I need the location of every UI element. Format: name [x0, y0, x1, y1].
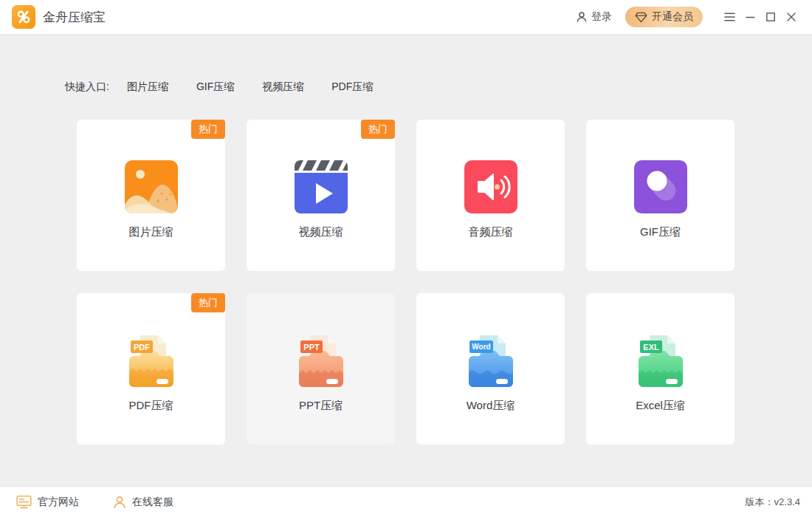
gif-icon — [634, 160, 687, 213]
pdf-folder-icon: PDF — [125, 334, 178, 387]
video-icon — [295, 160, 348, 213]
titlebar: 金舟压缩宝 登录 开通会员 — [0, 0, 812, 35]
feature-card-grid: 热门 图片压缩 热门 — [77, 120, 812, 445]
card-word-compress[interactable]: Word Word压缩 — [416, 293, 565, 445]
card-label: PPT压缩 — [247, 399, 395, 413]
ppt-tag-text: PPT — [303, 343, 320, 352]
word-tag-text: Word — [472, 343, 490, 351]
word-folder-icon: Word — [464, 334, 517, 387]
app-logo-icon — [12, 5, 35, 29]
footer-bar: 官方网站 在线客服 版本：v2.3.4 — [0, 486, 812, 517]
vip-label: 开通会员 — [652, 10, 693, 24]
card-image-compress[interactable]: 热门 图片压缩 — [77, 120, 225, 271]
card-label: GIF压缩 — [586, 225, 734, 239]
official-website-link[interactable]: 官方网站 — [16, 495, 79, 509]
card-gif-compress[interactable]: GIF压缩 — [586, 120, 734, 271]
card-label: 音频压缩 — [416, 225, 565, 239]
online-service-link[interactable]: 在线客服 — [113, 496, 173, 509]
quick-link-video[interactable]: 视频压缩 — [262, 81, 303, 94]
quick-entry-bar: 快捷入口: 图片压缩 GIF压缩 视频压缩 PDF压缩 — [65, 35, 812, 94]
card-label: PDF压缩 — [77, 399, 225, 413]
login-label: 登录 — [591, 10, 612, 24]
card-audio-compress[interactable]: 音频压缩 — [416, 120, 565, 271]
monitor-icon — [16, 495, 32, 509]
quick-entry-label: 快捷入口: — [65, 81, 109, 94]
quick-link-gif[interactable]: GIF压缩 — [196, 81, 234, 94]
excel-tag-text: EXL — [643, 343, 659, 352]
user-icon — [576, 11, 588, 23]
quick-link-image[interactable]: 图片压缩 — [127, 81, 168, 94]
ppt-folder-icon: PPT — [295, 334, 348, 387]
app-title: 金舟压缩宝 — [43, 9, 106, 26]
card-video-compress[interactable]: 热门 视频压缩 — [247, 120, 395, 271]
card-pdf-compress[interactable]: 热门 PDF — [77, 293, 225, 445]
hot-badge: 热门 — [191, 120, 225, 139]
card-label: Word压缩 — [416, 399, 565, 413]
audio-icon — [464, 160, 517, 213]
maximize-icon[interactable] — [760, 6, 781, 28]
minimize-icon[interactable] — [740, 6, 760, 28]
main-area: 快捷入口: 图片压缩 GIF压缩 视频压缩 PDF压缩 热门 — [0, 35, 812, 486]
online-service-label: 在线客服 — [132, 496, 173, 509]
card-label: 图片压缩 — [77, 225, 225, 239]
card-ppt-compress[interactable]: PPT PPT压缩 — [247, 293, 395, 445]
card-label: Excel压缩 — [586, 399, 734, 413]
login-button[interactable]: 登录 — [576, 10, 612, 24]
vip-diamond-icon — [635, 12, 647, 23]
image-icon — [125, 160, 178, 213]
menu-icon[interactable] — [719, 6, 740, 28]
close-icon[interactable] — [781, 6, 802, 28]
service-person-icon — [113, 496, 126, 509]
vip-button[interactable]: 开通会员 — [625, 7, 703, 27]
version-text: 版本：v2.3.4 — [746, 496, 800, 509]
excel-folder-icon: EXL — [634, 334, 687, 387]
hot-badge: 热门 — [191, 293, 225, 312]
pdf-tag-text: PDF — [134, 343, 150, 352]
card-excel-compress[interactable]: EXL Excel压缩 — [586, 293, 734, 445]
hot-badge: 热门 — [361, 120, 395, 139]
official-website-label: 官方网站 — [38, 496, 79, 509]
card-label: 视频压缩 — [247, 225, 395, 239]
quick-link-pdf[interactable]: PDF压缩 — [331, 81, 373, 94]
